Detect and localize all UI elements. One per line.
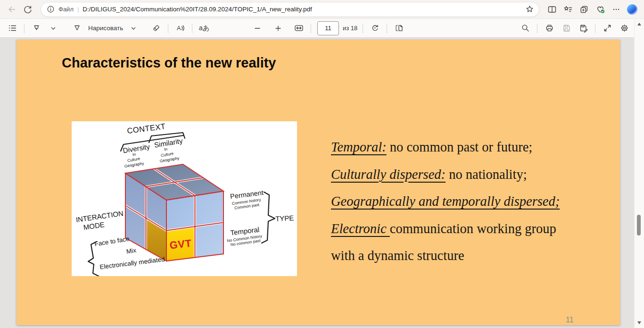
- fullscreen-icon: [603, 24, 612, 33]
- more-options-icon: [612, 5, 620, 14]
- highlighter-dropdown[interactable]: [45, 21, 62, 36]
- save-button: [558, 21, 575, 36]
- bullet-lead: Geographically and temporally dispersed;: [331, 194, 560, 209]
- diagram-label-electronically-mediated: Electronically mediated: [99, 256, 165, 271]
- scroll-down-arrow[interactable]: [637, 321, 641, 324]
- diagram-label-context: CONTEXT: [126, 122, 166, 135]
- back-icon: [7, 5, 17, 14]
- toolbar-separator: [363, 24, 363, 33]
- page-number-input[interactable]: [317, 21, 339, 35]
- search-icon: [521, 24, 530, 33]
- url-text[interactable]: D:/DILIGUS_2024/Communication%20IT/28.09…: [83, 6, 521, 13]
- toolbar-separator: [595, 24, 595, 33]
- draw-button-label[interactable]: Нарисовать: [88, 25, 123, 32]
- chevron-down-icon: [131, 26, 136, 30]
- save-icon: [562, 24, 571, 33]
- split-screen-button[interactable]: [544, 2, 560, 17]
- slide-title: Characteristics of the new reality: [62, 55, 276, 71]
- table-of-contents-button[interactable]: [4, 21, 21, 36]
- pdf-toolbar: Нарисовать A aあ: [0, 19, 644, 38]
- browser-essentials-button[interactable]: [592, 2, 608, 17]
- toolbar-separator: [192, 24, 192, 33]
- diagram-label-face-to-face: Face to face: [94, 235, 130, 247]
- settings-button[interactable]: [616, 21, 633, 36]
- fit-to-width-icon: [294, 24, 304, 33]
- print-icon: [545, 24, 554, 33]
- draw-button[interactable]: [68, 21, 85, 36]
- toolbar-separator: [24, 24, 25, 33]
- print-button[interactable]: [541, 21, 558, 36]
- toolbar-left-group: Нарисовать A aあ: [4, 19, 213, 37]
- diagram-label-similarity-sub: In: [164, 147, 168, 152]
- copilot-icon: [627, 4, 637, 15]
- bullet-lead: Culturally dispersed:: [331, 167, 446, 182]
- browser-navbar: Файл | D:/DILIGUS_2024/Communication%20I…: [0, 0, 644, 19]
- address-bar[interactable]: Файл | D:/DILIGUS_2024/Communication%20I…: [41, 2, 539, 17]
- eraser-button[interactable]: [148, 21, 165, 36]
- pdf-viewer[interactable]: Characteristics of the new reality: [0, 38, 635, 328]
- collections-button[interactable]: [576, 2, 592, 17]
- diagram-label-type: TYPE: [275, 214, 294, 223]
- favorites-button[interactable]: [560, 2, 576, 17]
- page-view-button[interactable]: [390, 21, 407, 36]
- read-aloud-button[interactable]: A: [172, 21, 189, 36]
- zoom-out-icon: [254, 25, 261, 32]
- browser-essentials-icon: [595, 4, 605, 14]
- bullet-lead: Electronic: [331, 221, 390, 236]
- favorite-star-icon[interactable]: [525, 5, 534, 14]
- search-button[interactable]: [517, 21, 534, 36]
- slide-bullet-line: Temporal: no common past or future;: [331, 134, 602, 161]
- diagram-label-mix: Mix: [126, 246, 137, 255]
- zoom-in-icon: [274, 25, 282, 32]
- read-aloud-icon: A: [176, 24, 185, 33]
- fit-to-width-button[interactable]: [290, 21, 307, 36]
- zoom-in-button[interactable]: [270, 21, 287, 36]
- read-aloud-glyph: A: [177, 25, 181, 32]
- slide-bullet-line: Geographically and temporally dispersed;: [331, 188, 602, 215]
- fullscreen-button[interactable]: [599, 21, 616, 36]
- bullet-rest: no nationality;: [446, 167, 527, 182]
- diagram-label-gvt: GVT: [169, 237, 192, 252]
- scroll-up-arrow[interactable]: [637, 23, 641, 25]
- page-count-label: из 18: [343, 25, 357, 32]
- chevron-down-icon: [51, 26, 56, 30]
- draw-dropdown[interactable]: [125, 21, 142, 36]
- copilot-button[interactable]: [624, 2, 640, 17]
- refresh-icon: [23, 5, 33, 14]
- table-of-contents-icon: [8, 24, 17, 33]
- highlighter-button[interactable]: [28, 21, 45, 36]
- pdf-page: Characteristics of the new reality: [17, 40, 620, 325]
- url-scheme-label: Файл: [58, 6, 74, 13]
- scrollbar-thumb[interactable]: [637, 215, 641, 235]
- bullet-rest: with a dynamic structure: [331, 248, 464, 263]
- toolbar-separator: [387, 24, 387, 33]
- scrollbar[interactable]: [634, 19, 644, 328]
- info-icon[interactable]: [47, 5, 55, 13]
- eraser-icon: [152, 24, 161, 33]
- collections-icon: [579, 5, 589, 14]
- refresh-button[interactable]: [20, 2, 36, 17]
- browser-window: Файл | D:/DILIGUS_2024/Communication%20I…: [0, 0, 644, 328]
- page-view-icon: [394, 24, 404, 33]
- more-options-button[interactable]: [608, 2, 624, 17]
- back-button: [4, 2, 20, 17]
- toolbar-center-group: из 18: [249, 19, 407, 37]
- bullet-lead: Temporal:: [331, 140, 387, 154]
- slide-diagram-image: CONTEXT Diversity Similarity In Culture …: [72, 121, 297, 276]
- save-as-button[interactable]: [575, 21, 592, 36]
- gvt-cube-diagram: CONTEXT Diversity Similarity In Culture …: [72, 121, 297, 276]
- translate-button[interactable]: aあ: [196, 21, 213, 36]
- highlighter-icon: [32, 24, 41, 33]
- slide-bullet-line: Culturally dispersed: no nationality;: [331, 161, 602, 188]
- toolbar-separator: [311, 24, 311, 33]
- type-bracket: [262, 192, 275, 243]
- slide-text-block: Temporal: no common past or future; Cult…: [331, 134, 602, 269]
- slide-page-number: 11: [566, 316, 574, 324]
- address-separator: |: [77, 6, 79, 13]
- diagram-label-similarity: Similarity: [154, 136, 183, 149]
- toolbar-right-group: [517, 19, 633, 37]
- slide-bullet-line: Electronic communication working group: [331, 215, 602, 243]
- translate-icon: aあ: [199, 24, 209, 33]
- zoom-out-button[interactable]: [249, 21, 266, 36]
- rotate-button[interactable]: [366, 21, 383, 36]
